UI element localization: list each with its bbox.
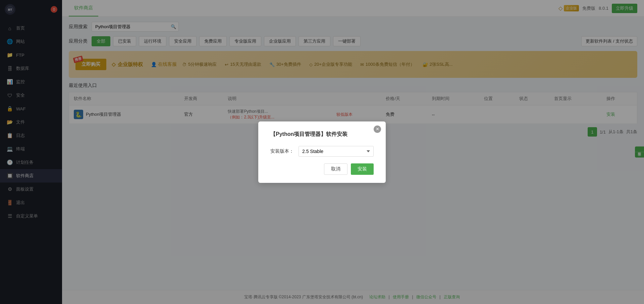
modal-title: 【Python项目管理器】软件安装: [270, 131, 374, 138]
install-button[interactable]: 安装: [351, 163, 374, 175]
modal-overlay[interactable]: ✕ 【Python项目管理器】软件安装 安装版本： 2.5 Stable 2.4…: [0, 0, 644, 304]
cancel-button[interactable]: 取消: [324, 163, 347, 175]
modal-form-row: 安装版本： 2.5 Stable 2.4 Stable 2.3 Stable: [270, 146, 374, 157]
modal-close-button[interactable]: ✕: [374, 125, 381, 133]
modal-actions: 取消 安装: [270, 163, 374, 175]
version-select[interactable]: 2.5 Stable 2.4 Stable 2.3 Stable: [299, 146, 374, 157]
version-label: 安装版本：: [270, 148, 294, 154]
install-modal: ✕ 【Python项目管理器】软件安装 安装版本： 2.5 Stable 2.4…: [258, 121, 386, 183]
